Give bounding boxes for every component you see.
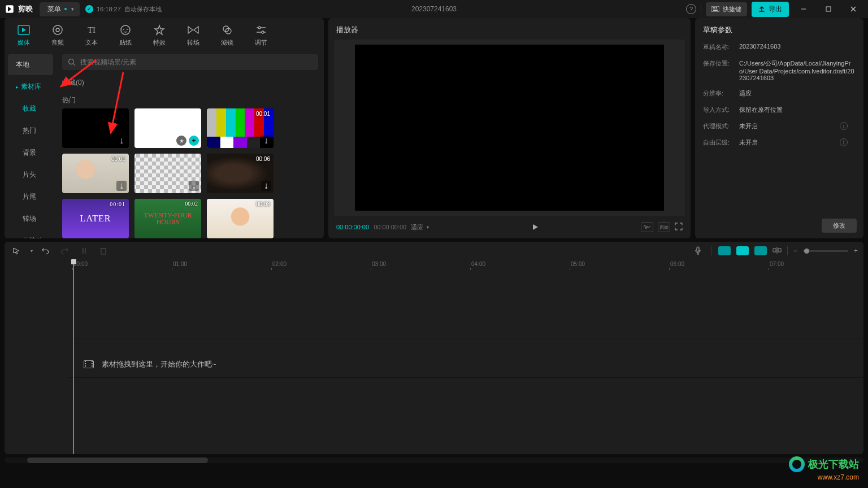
tab-media[interactable]: 媒体 xyxy=(10,23,37,51)
download-icon[interactable]: ⭳ xyxy=(261,136,271,146)
info-icon[interactable]: i xyxy=(840,122,848,130)
draft-res-label: 分辨率: xyxy=(703,89,739,98)
align-icon[interactable] xyxy=(772,246,782,256)
thumb-grid: ⭳ ★+ 00:01⭳ 00:01⭳ ⭳ 00:06⭳ LATER00:01 T… xyxy=(62,108,318,238)
download-icon[interactable]: ⭳ xyxy=(261,181,271,191)
zoom-out-icon[interactable]: − xyxy=(793,247,797,255)
sidebar-item-glitch[interactable]: 故障动画 xyxy=(8,230,53,238)
thumb-black[interactable]: ⭳ xyxy=(62,108,129,148)
redo-button[interactable] xyxy=(59,245,71,257)
search-box[interactable] xyxy=(62,54,318,70)
draft-name-label: 草稿名称: xyxy=(703,43,739,51)
delete-tool[interactable] xyxy=(97,245,110,257)
timeline-ruler[interactable]: 00:00 01:00 02:00 03:00 04:00 05:00 06:0… xyxy=(5,260,863,270)
svg-rect-2 xyxy=(713,7,714,8)
zoom-slider[interactable] xyxy=(803,250,848,252)
draft-path-label: 保存位置: xyxy=(703,59,739,81)
download-icon[interactable]: ⭳ xyxy=(116,136,127,146)
zoom-in-icon[interactable]: + xyxy=(854,247,858,255)
player-canvas[interactable] xyxy=(334,40,685,216)
timeline-toolbar: ▾ − + xyxy=(5,242,863,260)
thumb-transparent[interactable]: ⭳ xyxy=(134,154,201,193)
snap-tool-3[interactable] xyxy=(754,246,767,255)
tab-sticker[interactable]: 贴纸 xyxy=(112,23,139,51)
shortcut-button[interactable]: 快捷键 xyxy=(706,2,747,16)
fullscreen-icon[interactable] xyxy=(675,223,683,232)
download-icon[interactable]: ⭳ xyxy=(189,181,199,191)
ratio-icon[interactable]: 原始 xyxy=(658,222,670,232)
favorite-icon[interactable]: ★ xyxy=(176,136,186,146)
mic-icon[interactable] xyxy=(692,245,704,257)
svg-rect-29 xyxy=(773,249,776,252)
playhead[interactable] xyxy=(73,260,74,454)
sidebar-item-opening[interactable]: 片头 xyxy=(8,164,53,185)
thumb-duration: 00:01 xyxy=(110,201,125,207)
main-row: 媒体 音频 TI文本 贴纸 特效 转场 滤镜 调节 本地 素材库 收藏 热门 背… xyxy=(0,18,868,239)
sidebar-item-local[interactable]: 本地 xyxy=(8,54,53,75)
sidebar-item-background[interactable]: 背景 xyxy=(8,142,53,163)
tab-adjust[interactable]: 调节 xyxy=(248,23,275,51)
sidebar-item-library[interactable]: 素材库 xyxy=(8,76,53,97)
media-content: 收藏(0) 热门 ⭳ ★+ 00:01⭳ 00:01⭳ ⭳ 00:06⭳ LAT… xyxy=(57,51,324,238)
horizontal-scrollbar[interactable] xyxy=(5,457,863,463)
sidebar-item-favorites[interactable]: 收藏 xyxy=(8,98,53,119)
project-title: 202307241603 xyxy=(411,5,457,13)
svg-point-11 xyxy=(53,25,62,34)
tab-text[interactable]: TI文本 xyxy=(78,23,105,51)
info-icon[interactable]: i xyxy=(840,138,848,146)
sidebar-item-hot[interactable]: 热门 xyxy=(8,120,53,141)
help-icon[interactable]: ? xyxy=(686,4,696,14)
tab-effects[interactable]: 特效 xyxy=(146,23,173,51)
draft-import-value: 保留在原有位置 xyxy=(739,106,856,114)
sidebar-item-transition[interactable]: 转场 xyxy=(8,208,53,229)
adjust-icon xyxy=(255,24,267,36)
thumb-twentyfour[interactable]: TWENTY-FOUR HOURS00:02 xyxy=(134,199,201,238)
draft-panel: 草稿参数 草稿名称:202307241603 保存位置:C:/Users/公司/… xyxy=(695,18,863,238)
thumb-person[interactable]: 00:01⭳ xyxy=(62,154,129,193)
check-icon: ✓ xyxy=(85,5,93,13)
draft-title: 草稿参数 xyxy=(703,25,856,35)
add-icon[interactable]: + xyxy=(189,136,199,146)
current-time: 00:00:00:00 xyxy=(336,224,369,230)
export-button[interactable]: 导出 xyxy=(752,2,789,17)
tab-transition[interactable]: 转场 xyxy=(180,23,207,51)
thumb-colorbars[interactable]: 00:01⭳ xyxy=(207,108,274,148)
svg-rect-1 xyxy=(711,6,719,12)
menu-button[interactable]: 菜单 ▾ xyxy=(40,2,80,16)
scrollbar-thumb[interactable] xyxy=(27,457,208,463)
split-tool[interactable] xyxy=(78,245,90,257)
title-bar: 剪映 菜单 ▾ ✓ 16:18:27 自动保存本地 202307241603 ?… xyxy=(0,0,868,18)
autosave-time: 16:18:27 xyxy=(97,6,121,12)
timeline-body[interactable]: 素材拖拽到这里，开始你的大作吧~ xyxy=(5,270,863,454)
snap-tool-2[interactable] xyxy=(736,246,749,255)
sidebar-item-ending[interactable]: 片尾 xyxy=(8,186,53,207)
ruler-tick: 06:00 xyxy=(670,261,684,267)
media-icon xyxy=(18,24,30,36)
autosave-status: ✓ 16:18:27 自动保存本地 xyxy=(85,5,162,14)
minimize-button[interactable] xyxy=(793,2,814,16)
waveform-icon[interactable] xyxy=(641,222,653,232)
download-icon[interactable]: ⭳ xyxy=(116,181,127,191)
cursor-tool[interactable] xyxy=(10,245,23,257)
thumb-later[interactable]: LATER00:01 xyxy=(62,199,129,238)
maximize-button[interactable] xyxy=(818,2,839,16)
play-button[interactable] xyxy=(528,220,542,234)
player-controls: 00:00:00:00 00:00:00:00 适应▾ 原始 xyxy=(334,219,685,235)
chevron-down-icon[interactable]: ▾ xyxy=(31,249,33,254)
undo-button[interactable] xyxy=(40,245,52,257)
total-time: 00:00:00:00 xyxy=(374,224,406,230)
divider xyxy=(701,5,701,14)
tab-filter[interactable]: 滤镜 xyxy=(214,23,241,51)
search-input[interactable] xyxy=(80,58,313,66)
scale-selector[interactable]: 适应▾ xyxy=(411,223,429,232)
app-name: 剪映 xyxy=(18,4,33,14)
tab-audio[interactable]: 音频 xyxy=(44,23,71,51)
slider-knob[interactable] xyxy=(804,249,809,254)
thumb-ape[interactable]: 00:06⭳ xyxy=(207,154,274,193)
modify-button[interactable]: 修改 xyxy=(822,219,857,233)
close-button[interactable] xyxy=(843,2,863,16)
snap-tool-1[interactable] xyxy=(718,246,731,255)
thumb-person2[interactable]: 00:03 xyxy=(207,199,274,238)
timeline-hint: 素材拖拽到这里，开始你的大作吧~ xyxy=(84,359,216,369)
thumb-white[interactable]: ★+ xyxy=(134,108,201,148)
